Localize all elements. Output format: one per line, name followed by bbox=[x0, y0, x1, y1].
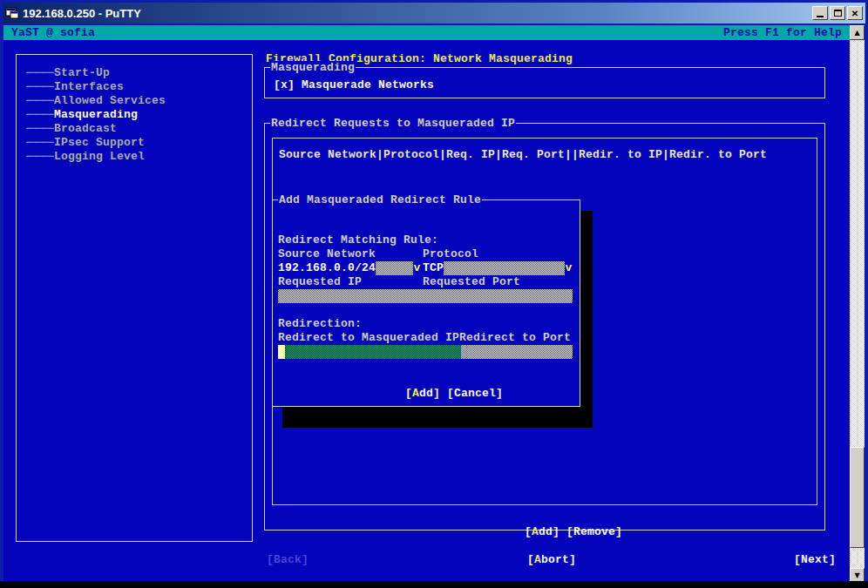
next-button[interactable]: [Next] bbox=[794, 553, 836, 567]
scrollbar[interactable]: ▲ ▼ bbox=[850, 25, 865, 583]
tree-branch-line: ──── bbox=[26, 94, 54, 107]
redirect-to-ip-input[interactable] bbox=[278, 345, 461, 359]
remove-rule-button[interactable]: [Remove] bbox=[566, 525, 622, 538]
scrollbar-thumb[interactable] bbox=[850, 447, 865, 548]
combo-arrow-icon: v bbox=[413, 261, 421, 275]
redirect-to-port-input[interactable] bbox=[461, 345, 573, 359]
window-title: 192.168.0.250 - PuTTY bbox=[23, 7, 141, 20]
masquerading-group-box: Masquerading [x] Masquerade Networks bbox=[264, 67, 825, 98]
sidebar-item-masquerading[interactable]: ────Masquerading bbox=[26, 108, 138, 122]
putty-window: 192.168.0.250 - PuTTY ✕ YaST @ sofia Pre… bbox=[0, 0, 868, 588]
sidebar-item-logging-level[interactable]: ────Logging Level bbox=[26, 150, 145, 164]
combo-arrow-icon: v bbox=[565, 261, 573, 275]
sidebar-item-interfaces[interactable]: ────Interfaces bbox=[26, 80, 124, 94]
sidebar-item-ipsec-support[interactable]: ────IPsec Support bbox=[26, 136, 145, 150]
text-cursor bbox=[278, 345, 285, 359]
matching-rule-heading: Redirect Matching Rule: bbox=[278, 233, 438, 247]
source-network-combo[interactable]: 192.168.0.0/24 v bbox=[278, 261, 421, 275]
tree-branch-line: ──── bbox=[26, 108, 54, 121]
tree-branch-line: ──── bbox=[26, 66, 54, 79]
help-hint-label: Press F1 for Help bbox=[723, 25, 842, 40]
sidebar-item-broadcast[interactable]: ────Broadcast bbox=[26, 122, 117, 136]
tree-branch-line: ──── bbox=[26, 150, 54, 163]
minimize-icon bbox=[817, 16, 824, 17]
tree-branch-line: ──── bbox=[26, 80, 54, 93]
dialog-title: Add Masqueraded Redirect Rule bbox=[278, 193, 482, 207]
putty-icon bbox=[5, 6, 19, 20]
table-header-row: Source Network|Protocol|Req. IP|Req. Por… bbox=[279, 148, 767, 162]
redirect-box-label: Redirect Requests to Masqueraded IP bbox=[270, 117, 516, 131]
yast-host-label: YaST @ sofia bbox=[11, 25, 95, 40]
yast-menubar: YaST @ sofia Press F1 for Help bbox=[3, 25, 850, 40]
redirection-heading: Redirection: bbox=[278, 317, 362, 331]
requested-port-label: Requested Port bbox=[423, 275, 520, 289]
source-network-label: Source Network bbox=[278, 247, 376, 261]
redirect-to-ip-label: Redirect to Masqueraded IPRedirect to Po… bbox=[278, 331, 571, 345]
scroll-up-button[interactable]: ▲ bbox=[850, 25, 865, 40]
redirect-to-port-label: Redirect to Port bbox=[459, 331, 571, 344]
requested-ip-label: Requested IP bbox=[278, 275, 362, 289]
table-button-row: [Add][Remove] bbox=[265, 511, 826, 553]
sidebar-item-start-up[interactable]: ────Start-Up bbox=[26, 66, 110, 80]
abort-button[interactable]: [Abort] bbox=[527, 553, 576, 567]
maximize-button[interactable] bbox=[830, 6, 845, 20]
dialog-button-row: [Add][Cancel] bbox=[273, 373, 580, 415]
close-button[interactable]: ✕ bbox=[847, 6, 863, 20]
tree-branch-line: ──── bbox=[26, 136, 54, 149]
requested-ip-port-input[interactable] bbox=[278, 289, 573, 303]
minimize-button[interactable] bbox=[812, 6, 828, 20]
masquerade-networks-checkbox[interactable]: [x] Masquerade Networks bbox=[274, 78, 434, 92]
maximize-icon bbox=[834, 10, 842, 17]
protocol-combo[interactable]: TCP v bbox=[423, 261, 573, 275]
titlebar[interactable]: 192.168.0.250 - PuTTY ✕ bbox=[3, 3, 865, 24]
terminal: YaST @ sofia Press F1 for Help ────Start… bbox=[3, 25, 850, 581]
up-arrow-icon: ▲ bbox=[854, 29, 859, 37]
tree-branch-line: ──── bbox=[26, 122, 54, 135]
add-redirect-rule-dialog: Add Masqueraded Redirect Rule Redirect M… bbox=[272, 199, 580, 407]
close-icon: ✕ bbox=[851, 9, 858, 18]
dialog-cancel-button[interactable]: [Cancel] bbox=[447, 387, 503, 400]
protocol-label: Protocol bbox=[423, 247, 478, 261]
add-rule-button[interactable]: [Add] bbox=[525, 525, 559, 538]
down-arrow-icon: ▼ bbox=[854, 571, 859, 579]
dialog-add-button[interactable]: [Add] bbox=[405, 387, 440, 400]
window-bottom-frame bbox=[0, 581, 868, 588]
sidebar-item-allowed-services[interactable]: ────Allowed Services bbox=[26, 94, 166, 108]
masquerading-box-label: Masquerading bbox=[270, 61, 356, 75]
back-button[interactable]: [Back] bbox=[267, 553, 309, 567]
